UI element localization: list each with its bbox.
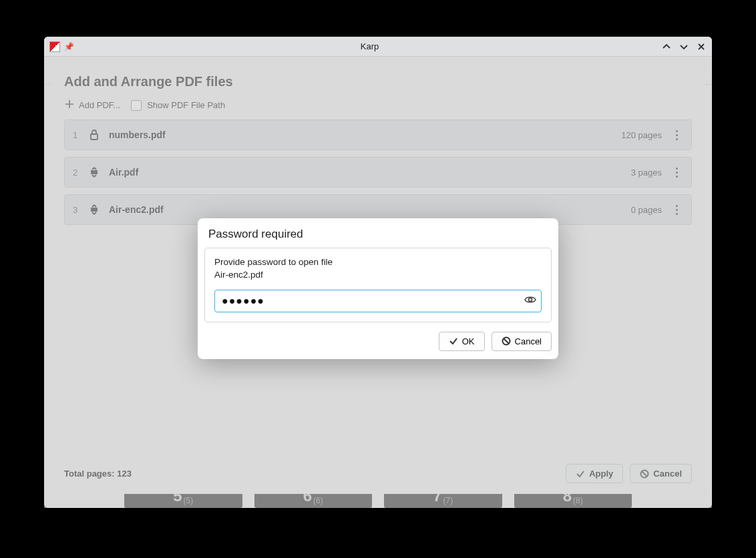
- password-dialog-title: Password required: [208, 228, 548, 241]
- eye-icon: [524, 294, 536, 306]
- titlebar: 📌 Karp: [44, 37, 712, 57]
- window-title: Karp: [78, 41, 661, 51]
- close-button[interactable]: [696, 41, 707, 52]
- password-input[interactable]: [214, 290, 542, 312]
- password-dialog: Password required Provide password to op…: [198, 218, 558, 359]
- check-icon: [449, 336, 458, 346]
- toggle-password-visibility[interactable]: [524, 294, 536, 308]
- app-icon: [49, 41, 60, 52]
- password-message: Provide password to open file Air-enc2.p…: [214, 256, 542, 282]
- maximize-button[interactable]: [679, 41, 689, 52]
- pin-icon[interactable]: 📌: [64, 42, 74, 51]
- cancel-icon: [502, 336, 511, 346]
- ok-button[interactable]: OK: [439, 332, 485, 351]
- svg-point-2: [529, 298, 532, 301]
- cancel-button[interactable]: Cancel: [492, 332, 552, 351]
- minimize-button[interactable]: [661, 41, 672, 52]
